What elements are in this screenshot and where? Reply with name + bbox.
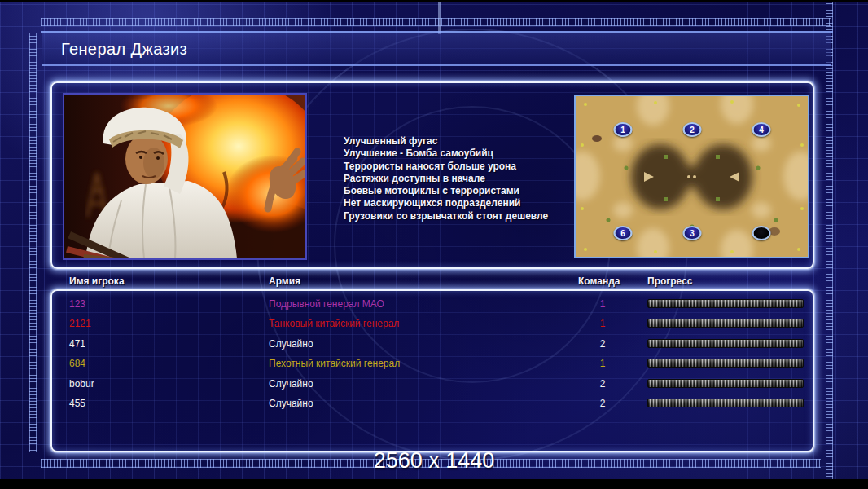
player-name: 471 xyxy=(69,338,85,350)
spawn-marker-2: 2 xyxy=(683,122,702,137)
spawn-marker-3: 3 xyxy=(683,226,702,240)
player-row: 2121Танковый китайский генерал1 xyxy=(50,315,814,335)
portrait-art xyxy=(64,95,305,258)
minimap: 12463 xyxy=(574,95,809,258)
player-name: 123 xyxy=(69,298,85,310)
header-player-name: Имя игрока xyxy=(69,275,125,287)
player-army: Случайно xyxy=(269,378,313,390)
trait-line: Нет маскирующихся подразделений xyxy=(344,197,584,209)
resolution-label: 2560 x 1440 xyxy=(0,448,868,474)
spawn-marker-6: 6 xyxy=(614,226,633,240)
general-portrait xyxy=(63,93,307,260)
center-guide-line xyxy=(438,0,441,34)
header-team: Команда xyxy=(578,275,620,287)
player-row: boburСлучайно2 xyxy=(50,376,814,395)
progress-bar xyxy=(647,299,804,308)
loading-screen: Генерал Джазиз xyxy=(0,0,868,489)
player-army: Танковый китайский генерал xyxy=(269,318,399,329)
player-army: Пехотный китайский генерал xyxy=(269,358,400,369)
player-team: 1 xyxy=(590,358,615,369)
progress-bar xyxy=(647,319,804,328)
progress-bar xyxy=(647,399,804,408)
trait-line: Улучшение - Бомба самоубийц xyxy=(344,148,584,160)
header-army: Армия xyxy=(269,275,300,287)
trait-line: Террористы наносят больше урона xyxy=(344,161,584,173)
player-team: 2 xyxy=(590,398,615,409)
spawn-marker-empty xyxy=(752,226,771,240)
progress-bar xyxy=(647,339,804,348)
player-name: 2121 xyxy=(69,318,91,329)
spawn-marker-1: 1 xyxy=(614,122,633,137)
bottom-black-bar xyxy=(0,479,868,489)
spawn-marker-4: 4 xyxy=(752,122,771,137)
player-team: 1 xyxy=(590,298,615,310)
player-rows: 123Подрывной генерал МАО12121Танковый ки… xyxy=(50,289,814,452)
header-progress: Прогресс xyxy=(647,275,692,287)
trait-line: Растяжки доступны в начале xyxy=(344,173,584,185)
player-name: bobur xyxy=(69,378,94,390)
ruler-left xyxy=(29,33,37,452)
player-row: 455Случайно2 xyxy=(50,395,814,415)
player-name: 684 xyxy=(69,358,85,369)
player-army: Подрывной генерал МАО xyxy=(269,298,384,310)
player-team: 2 xyxy=(590,378,615,390)
traits-list: Улучшенный фугасУлучшение - Бомба самоуб… xyxy=(344,135,584,222)
player-row: 123Подрывной генерал МАО1 xyxy=(50,296,814,315)
player-name: 455 xyxy=(69,398,85,409)
top-black-bar xyxy=(0,0,868,2)
trait-line: Улучшенный фугас xyxy=(344,135,584,148)
ruler-right xyxy=(826,0,833,479)
player-row: 471Случайно2 xyxy=(50,336,814,355)
player-row: 684Пехотный китайский генерал1 xyxy=(50,355,814,375)
trait-line: Боевые мотоциклы с террористами xyxy=(344,185,584,197)
general-info-panel: Улучшенный фугасУлучшение - Бомба самоуб… xyxy=(50,82,814,269)
title-bar: Генерал Джазиз xyxy=(42,33,831,66)
progress-bar xyxy=(647,359,804,368)
progress-bar xyxy=(647,379,804,388)
player-army: Случайно xyxy=(269,398,313,409)
trait-line: Грузовики со взрывчаткой стоят дешевле xyxy=(344,210,584,222)
player-team: 2 xyxy=(590,338,615,350)
page-title: Генерал Джазиз xyxy=(61,40,187,59)
player-army: Случайно xyxy=(269,338,313,350)
player-team: 1 xyxy=(590,318,615,329)
ruler-top xyxy=(41,18,831,26)
